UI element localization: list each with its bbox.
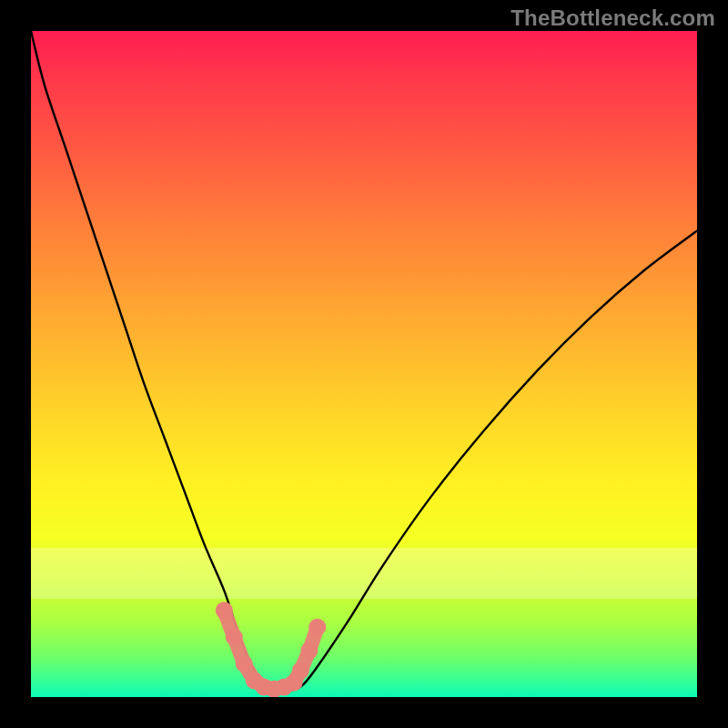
marker-point [308, 619, 326, 636]
marker-point [292, 662, 309, 679]
marker-point [236, 655, 253, 672]
plot-area [31, 31, 697, 697]
bottleneck-curve [31, 31, 697, 692]
chart-frame: TheBottleneck.com [0, 0, 728, 728]
marker-point [216, 602, 233, 619]
curve-layer [31, 31, 697, 697]
marker-group [216, 602, 326, 697]
marker-point [226, 629, 243, 646]
watermark-text: TheBottleneck.com [511, 5, 715, 31]
marker-point [300, 642, 318, 659]
